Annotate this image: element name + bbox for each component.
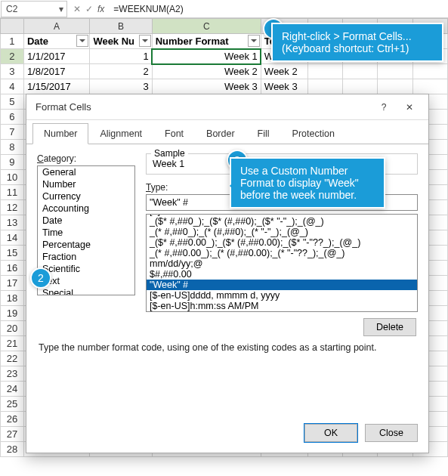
row-header-21[interactable]: 21 bbox=[1, 336, 24, 351]
cell-E4[interactable] bbox=[307, 79, 342, 94]
category-item[interactable]: General bbox=[38, 166, 134, 178]
cell-C3[interactable]: Week 2 bbox=[152, 64, 261, 79]
name-box[interactable]: C2 ▾ bbox=[1, 1, 67, 17]
row-header-28[interactable]: 28 bbox=[1, 442, 24, 457]
formula-bar: C2 ▾ ✕ ✓ fx =WEEKNUM(A2) bbox=[0, 0, 448, 18]
accept-icon[interactable]: ✓ bbox=[85, 4, 93, 14]
close-button[interactable]: Close bbox=[365, 424, 418, 442]
category-item[interactable]: Time bbox=[38, 227, 134, 239]
row-header-10[interactable]: 10 bbox=[1, 170, 24, 185]
cell-F4[interactable] bbox=[342, 79, 377, 94]
filter-dropdown-icon[interactable] bbox=[76, 35, 88, 47]
formula-input[interactable]: =WEEKNUM(A2) bbox=[110, 4, 448, 14]
row-header-23[interactable]: 23 bbox=[1, 366, 24, 382]
tab-alignment[interactable]: Alignment bbox=[88, 123, 153, 144]
row-header-27[interactable]: 27 bbox=[1, 427, 24, 442]
cell-A2[interactable]: 1/1/2017 bbox=[23, 49, 90, 64]
row-header-25[interactable]: 25 bbox=[1, 397, 24, 412]
cell-B1[interactable]: Week Nu bbox=[90, 34, 152, 49]
fx-icon[interactable]: fx bbox=[97, 4, 104, 14]
cell-G3[interactable] bbox=[378, 64, 412, 79]
col-header-B[interactable]: B bbox=[90, 19, 152, 34]
cell-E3[interactable] bbox=[307, 64, 342, 79]
format-item[interactable]: mm/dd/yy;@ bbox=[147, 258, 417, 269]
row-header-15[interactable]: 15 bbox=[1, 246, 24, 261]
row-header-24[interactable]: 24 bbox=[1, 382, 24, 397]
format-item[interactable]: $#,##0.00 bbox=[147, 269, 417, 280]
cell-B4[interactable]: 3 bbox=[90, 79, 152, 94]
category-item[interactable]: Accounting bbox=[38, 202, 134, 215]
ok-button[interactable]: OK bbox=[304, 424, 357, 442]
cell-D3[interactable]: Week 2 bbox=[261, 64, 307, 79]
cell-C2[interactable]: Week 1 bbox=[152, 49, 261, 64]
format-list[interactable]: @[h]:mm:ss_($* #,##0_);_($* (#,##0);_($*… bbox=[146, 214, 418, 312]
row-header-14[interactable]: 14 bbox=[1, 230, 24, 246]
category-item[interactable]: Scientific bbox=[38, 263, 134, 275]
category-item[interactable]: Currency bbox=[38, 190, 134, 202]
tab-number[interactable]: Number bbox=[32, 123, 88, 144]
cell-A1[interactable]: Date bbox=[23, 34, 90, 49]
category-item[interactable]: Date bbox=[38, 215, 134, 227]
name-box-value: C2 bbox=[2, 4, 56, 14]
category-item[interactable]: Text bbox=[38, 275, 134, 287]
delete-button[interactable]: Delete bbox=[363, 318, 416, 336]
dialog-title: Format Cells bbox=[36, 101, 371, 113]
row-header-20[interactable]: 20 bbox=[1, 321, 24, 336]
cell-A4[interactable]: 1/15/2017 bbox=[23, 79, 90, 94]
format-item[interactable]: _($* #,##0.00_);_($* (#,##0.00);_($* "-"… bbox=[147, 237, 417, 248]
row-header-6[interactable]: 6 bbox=[1, 110, 24, 125]
cancel-icon[interactable]: ✕ bbox=[73, 4, 81, 14]
filter-dropdown-icon[interactable] bbox=[248, 35, 260, 47]
row-header-18[interactable]: 18 bbox=[1, 291, 24, 306]
category-item[interactable]: Number bbox=[38, 178, 134, 190]
row-header-17[interactable]: 17 bbox=[1, 276, 24, 291]
help-button[interactable]: ? bbox=[371, 97, 397, 117]
cell-H4[interactable] bbox=[412, 79, 447, 94]
format-item[interactable]: "Week" # bbox=[147, 280, 417, 290]
row-header-22[interactable]: 22 bbox=[1, 351, 24, 366]
row-header-7[interactable]: 7 bbox=[1, 125, 24, 140]
row-header-16[interactable]: 16 bbox=[1, 261, 24, 276]
category-item[interactable]: Special bbox=[38, 287, 134, 295]
name-box-dropdown-icon[interactable]: ▾ bbox=[56, 4, 66, 14]
close-icon[interactable]: ✕ bbox=[397, 97, 422, 117]
format-item[interactable]: _(* #,##0.00_);_(* (#,##0.00);_(* "-"??_… bbox=[147, 248, 417, 258]
row-header-5[interactable]: 5 bbox=[1, 94, 24, 110]
row-header-11[interactable]: 11 bbox=[1, 185, 24, 200]
cell-D4[interactable]: Week 3 bbox=[261, 79, 307, 94]
format-item[interactable]: [$-en-US]dddd, mmmm d, yyyy bbox=[147, 290, 417, 301]
cell-F3[interactable] bbox=[342, 64, 377, 79]
category-item[interactable]: Fraction bbox=[38, 251, 134, 263]
row-header-26[interactable]: 26 bbox=[1, 412, 24, 427]
row-header-8[interactable]: 8 bbox=[1, 140, 24, 155]
format-item[interactable]: _($* #,##0_);_($* (#,##0);_($* "-"_);_(@… bbox=[147, 216, 417, 227]
row-header-4[interactable]: 4 bbox=[1, 79, 24, 94]
row-header-12[interactable]: 12 bbox=[1, 200, 24, 215]
row-header-3[interactable]: 3 bbox=[1, 64, 24, 79]
category-list[interactable]: GeneralNumberCurrencyAccountingDateTimeP… bbox=[37, 165, 135, 295]
row-header-19[interactable]: 19 bbox=[1, 306, 24, 321]
cell-G4[interactable] bbox=[378, 79, 412, 94]
corner-cell[interactable] bbox=[1, 19, 24, 34]
cell-B3[interactable]: 2 bbox=[90, 64, 152, 79]
row-header-13[interactable]: 13 bbox=[1, 215, 24, 230]
tab-font[interactable]: Font bbox=[153, 123, 195, 144]
row-header-9[interactable]: 9 bbox=[1, 155, 24, 170]
filter-dropdown-icon[interactable] bbox=[139, 35, 151, 47]
cell-C4[interactable]: Week 3 bbox=[152, 79, 261, 94]
row-header-1[interactable]: 1 bbox=[1, 34, 24, 49]
col-header-A[interactable]: A bbox=[23, 19, 90, 34]
tab-fill[interactable]: Fill bbox=[246, 123, 281, 144]
format-item[interactable]: _(* #,##0_);_(* (#,##0);_(* "-"_);_(@_) bbox=[147, 227, 417, 237]
cell-B2[interactable]: 1 bbox=[90, 49, 152, 64]
col-header-C[interactable]: C bbox=[152, 19, 261, 34]
category-item[interactable]: Percentage bbox=[38, 239, 134, 251]
row-header-2[interactable]: 2 bbox=[1, 49, 24, 64]
format-item[interactable]: [$-en-US]h:mm:ss AM/PM bbox=[147, 301, 417, 311]
cell-C1[interactable]: Number Format bbox=[152, 34, 261, 49]
cell-H3[interactable] bbox=[412, 64, 447, 79]
tab-protection[interactable]: Protection bbox=[281, 123, 346, 144]
tab-border[interactable]: Border bbox=[195, 123, 246, 144]
cell-A3[interactable]: 1/8/2017 bbox=[23, 64, 90, 79]
dialog-titlebar[interactable]: Format Cells ? ✕ bbox=[26, 94, 428, 120]
